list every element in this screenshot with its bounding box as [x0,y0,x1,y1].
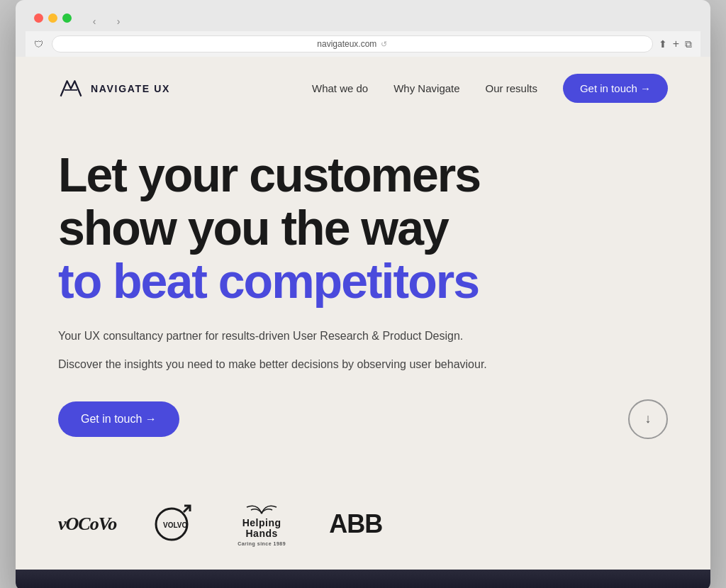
logo: NAVIGATE UX [58,76,170,101]
hero-subtext-2: Discover the insights you need to make b… [58,355,498,374]
logo-text: NAVIGATE UX [91,83,170,94]
vocovo-logo: voCoVo [58,514,116,535]
volvo-logo: VOLVO [152,501,194,547]
address-text: navigateux.com [317,39,376,49]
bottom-peek [16,570,710,588]
hero-headline-text: Let your customers show you the way to b… [58,148,480,308]
abb-logo: ABB [329,509,382,539]
hero-headline: Let your customers show you the way to b… [58,148,668,307]
address-bar-row: 🛡 navigateux.com ↺ ⬆ + ⧉ [26,31,700,57]
logo-icon [58,76,84,101]
address-bar[interactable]: navigateux.com ↺ [52,35,653,52]
nav-cta-button[interactable]: Get in touch → [563,74,668,103]
share-icon[interactable]: ⬆ [659,38,667,50]
security-icon: 🛡 [34,39,43,50]
add-tab-icon[interactable]: + [673,38,679,50]
tab-bar: ‹ › [26,7,700,31]
nav-links: What we do Why Navigate Our results Get … [312,74,668,103]
close-button[interactable] [34,13,43,23]
scroll-down-button[interactable]: ↓ [628,399,668,439]
logos-section: voCoVo VOLVO [16,467,710,570]
nav-our-results[interactable]: Our results [486,82,537,94]
svg-point-4 [261,511,263,514]
arrow-down-icon: ↓ [645,411,652,426]
nav-why-navigate[interactable]: Why Navigate [393,82,459,94]
website-content: NAVIGATE UX What we do Why Navigate Our … [16,57,710,570]
traffic-lights [34,13,72,23]
hero-cta-button[interactable]: Get in touch → [58,401,179,437]
browser-window: ‹ › 🛡 navigateux.com ↺ ⬆ + ⧉ [16,0,710,588]
svg-text:VOLVO: VOLVO [163,521,187,529]
helping-hands-logo: Helping Hands Caring since 1989 [230,501,294,547]
hero-section: Let your customers show you the way to b… [16,120,710,467]
nav-what-we-do[interactable]: What we do [312,82,368,94]
forward-button[interactable]: › [108,11,128,31]
browser-actions: ⬆ + ⧉ [659,38,692,50]
back-button[interactable]: ‹ [84,11,104,31]
hero-cta-row: Get in touch → ↓ [58,399,668,439]
maximize-button[interactable] [62,13,72,23]
hero-headline-accent: to beat competitors [58,254,479,308]
site-nav: NAVIGATE UX What we do Why Navigate Our … [16,57,710,120]
windows-icon[interactable]: ⧉ [685,38,692,50]
reload-icon[interactable]: ↺ [381,40,387,49]
minimize-button[interactable] [48,13,57,23]
hero-subtext-1: Your UX consultancy partner for results-… [58,327,469,345]
browser-chrome: ‹ › 🛡 navigateux.com ↺ ⬆ + ⧉ [16,0,710,57]
